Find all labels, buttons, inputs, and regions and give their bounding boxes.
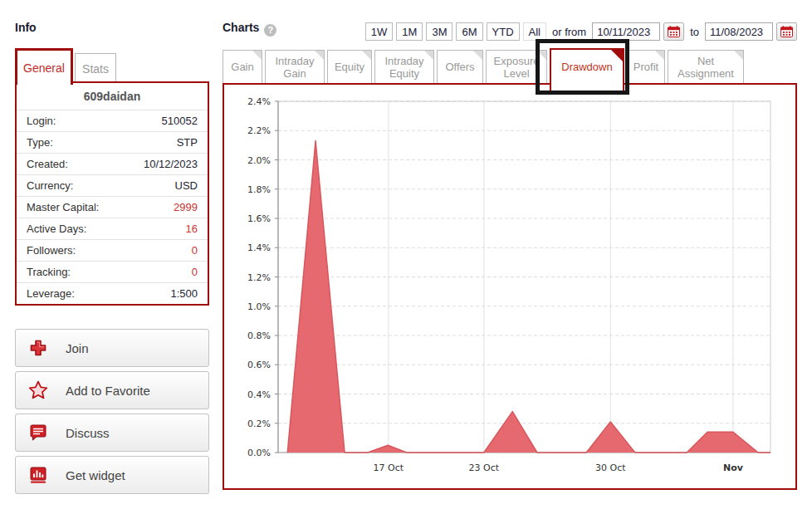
tab-fold-corner-icon bbox=[655, 51, 664, 60]
svg-text:0.0%: 0.0% bbox=[247, 448, 271, 458]
tab-stats-label: Stats bbox=[82, 62, 109, 76]
svg-text:1.6%: 1.6% bbox=[247, 213, 271, 224]
star-icon bbox=[27, 379, 49, 401]
range-button-1w[interactable]: 1W bbox=[365, 22, 394, 41]
discuss-icon bbox=[27, 422, 49, 443]
info-row-label: Followers: bbox=[27, 244, 76, 257]
range-button-3m[interactable]: 3M bbox=[426, 22, 452, 41]
chart-tab-offers[interactable]: Offers bbox=[437, 50, 483, 83]
range-button-all[interactable]: All bbox=[523, 22, 546, 41]
action-button-label: Add to Favorite bbox=[66, 384, 150, 398]
info-row: Created:10/12/2023 bbox=[17, 153, 208, 174]
svg-text:1.0%: 1.0% bbox=[247, 301, 271, 312]
range-button-1m[interactable]: 1M bbox=[396, 22, 423, 41]
info-row-value: 2999 bbox=[174, 201, 198, 213]
info-row: Currency:USD bbox=[17, 174, 208, 196]
tab-fold-corner-icon bbox=[734, 51, 743, 60]
tab-general[interactable]: General bbox=[15, 48, 73, 85]
range-buttons: 1W1M3M6MYTDAll bbox=[365, 22, 546, 41]
svg-text:17 Oct: 17 Oct bbox=[374, 463, 404, 473]
info-row-label: Tracking: bbox=[27, 266, 71, 278]
action-button-label: Join bbox=[66, 341, 89, 355]
tab-fold-corner-icon bbox=[424, 51, 433, 60]
date-range-bar: 1W1M3M6MYTDAll or from to bbox=[365, 22, 797, 41]
tab-fold-corner-icon bbox=[473, 51, 482, 60]
info-row: Active Days:16 bbox=[17, 218, 208, 239]
chart-tab-label: Net Assignment bbox=[668, 55, 743, 80]
svg-text:1.4%: 1.4% bbox=[247, 242, 271, 253]
to-date-input[interactable] bbox=[705, 22, 773, 41]
info-row-value: 510052 bbox=[162, 115, 198, 127]
info-section-title: Info bbox=[15, 21, 37, 34]
svg-text:1.2%: 1.2% bbox=[247, 272, 271, 283]
info-row-label: Active Days: bbox=[27, 223, 86, 235]
action-button-label: Get widget bbox=[66, 468, 125, 482]
chart-tab-equity[interactable]: Equity bbox=[327, 50, 372, 83]
tab-fold-corner-icon bbox=[611, 50, 623, 61]
chart-tab-label: Gain bbox=[228, 61, 256, 73]
chart-tab-net-assignment[interactable]: Net Assignment bbox=[668, 50, 744, 83]
svg-text:2.2%: 2.2% bbox=[247, 125, 271, 136]
info-row: Type:STP bbox=[17, 131, 208, 153]
svg-text:0.6%: 0.6% bbox=[247, 360, 271, 370]
svg-text:0.2%: 0.2% bbox=[247, 418, 271, 429]
get-widget-button[interactable]: Get widget bbox=[15, 456, 209, 494]
info-row: Tracking:0 bbox=[17, 261, 208, 282]
info-row-label: Leverage: bbox=[27, 287, 75, 300]
info-row: Master Capital:2999 bbox=[17, 196, 208, 218]
action-button-label: Discuss bbox=[66, 426, 110, 440]
svg-text:2.0%: 2.0% bbox=[247, 155, 271, 166]
chart-tab-label: Profit bbox=[631, 61, 661, 73]
info-row-value: USD bbox=[175, 179, 198, 192]
range-button-ytd[interactable]: YTD bbox=[487, 22, 520, 41]
info-row-label: Created: bbox=[27, 158, 68, 170]
tab-fold-corner-icon bbox=[362, 51, 371, 60]
svg-text:0.8%: 0.8% bbox=[247, 330, 271, 341]
tab-fold-corner-icon bbox=[315, 51, 324, 60]
info-row: Login:510052 bbox=[17, 110, 208, 131]
chart-tab-gain[interactable]: Gain bbox=[223, 50, 262, 83]
info-row: Followers:0 bbox=[17, 239, 208, 261]
chart-tab-exposure-level[interactable]: Exposure Level bbox=[486, 50, 547, 83]
info-row-value: 1:500 bbox=[170, 287, 198, 300]
widget-icon bbox=[27, 464, 49, 486]
tab-fold-corner-icon bbox=[537, 51, 546, 60]
join-button[interactable]: Join bbox=[15, 329, 209, 367]
info-row: Leverage:1:500 bbox=[17, 282, 208, 304]
chart-container: 0.0%0.2%0.4%0.6%0.8%1.0%1.2%1.4%1.6%1.8%… bbox=[223, 83, 797, 490]
help-icon[interactable]: ? bbox=[264, 24, 276, 37]
svg-text:23 Oct: 23 Oct bbox=[469, 463, 500, 473]
tab-stats[interactable]: Stats bbox=[75, 53, 116, 83]
chart-tab-drawdown[interactable]: Drawdown bbox=[550, 48, 624, 93]
plus-icon bbox=[27, 337, 49, 359]
svg-text:Nov: Nov bbox=[723, 463, 744, 473]
svg-text:30 Oct: 30 Oct bbox=[595, 463, 626, 473]
calendar-icon bbox=[668, 26, 680, 37]
info-row-value: 0 bbox=[192, 244, 198, 257]
info-panel: 609daidan Login:510052Type:STPCreated:10… bbox=[15, 81, 209, 306]
add-to-favorite-button[interactable]: Add to Favorite bbox=[15, 371, 209, 409]
chart-tabs: GainIntraday GainEquityIntraday EquityOf… bbox=[223, 48, 744, 83]
info-rows: Login:510052Type:STPCreated:10/12/2023Cu… bbox=[17, 110, 208, 304]
or-from-label: or from bbox=[550, 26, 589, 38]
info-row-label: Login: bbox=[27, 115, 56, 127]
info-row-label: Master Capital: bbox=[27, 201, 99, 213]
charts-title-label: Charts bbox=[223, 21, 259, 34]
info-row-value: 0 bbox=[192, 266, 198, 278]
chart-tab-intraday-gain[interactable]: Intraday Gain bbox=[265, 50, 325, 83]
info-row-value: 16 bbox=[186, 223, 198, 235]
chart-tab-intraday-equity[interactable]: Intraday Equity bbox=[374, 50, 434, 83]
to-calendar-button[interactable] bbox=[776, 22, 797, 41]
tab-fold-corner-icon bbox=[252, 51, 262, 60]
info-row-label: Currency: bbox=[27, 179, 73, 192]
svg-text:1.8%: 1.8% bbox=[247, 184, 271, 195]
from-date-input[interactable] bbox=[592, 22, 660, 41]
chart-tab-profit[interactable]: Profit bbox=[627, 50, 665, 83]
range-button-6m[interactable]: 6M bbox=[456, 22, 482, 41]
svg-text:0.4%: 0.4% bbox=[247, 389, 271, 400]
drawdown-chart: 0.0%0.2%0.4%0.6%0.8%1.0%1.2%1.4%1.6%1.8%… bbox=[224, 85, 795, 488]
info-row-value: STP bbox=[177, 136, 198, 149]
from-calendar-button[interactable] bbox=[663, 22, 684, 41]
action-buttons: JoinAdd to FavoriteDiscussGet widget bbox=[15, 329, 209, 498]
discuss-button[interactable]: Discuss bbox=[15, 414, 209, 452]
